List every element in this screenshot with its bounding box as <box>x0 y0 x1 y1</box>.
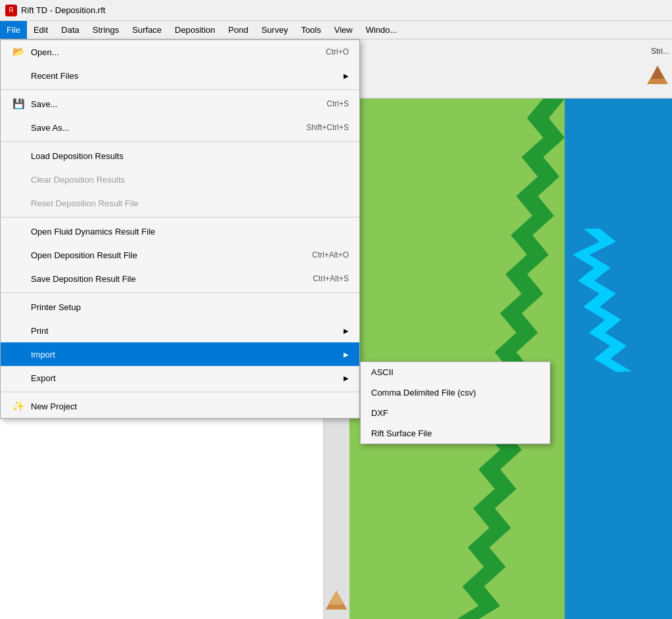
app-icon: R <box>5 5 17 16</box>
menu-strings[interactable]: Strings <box>86 21 125 39</box>
menu-item-open-deposition-shortcut: Ctrl+Alt+O <box>312 250 349 260</box>
submenu-dxf[interactable]: DXF <box>361 403 550 423</box>
menu-edit[interactable]: Edit <box>27 21 55 39</box>
menu-item-print[interactable]: Print ▶ <box>1 319 359 342</box>
blank-icon-5 <box>11 196 26 210</box>
menu-item-save-as[interactable]: Save As... Shift+Ctrl+S <box>1 116 359 139</box>
blank-icon-3 <box>11 149 26 163</box>
menu-item-printer-setup-label: Printer Setup <box>31 302 349 312</box>
menu-item-recent-label: Recent Files <box>31 71 338 81</box>
menu-item-new-project[interactable]: ✨ New Project <box>1 394 359 418</box>
mountain-icon-panel <box>325 588 348 614</box>
print-arrow-icon: ▶ <box>344 327 349 334</box>
menu-item-save-label: Save... <box>31 99 300 109</box>
menu-item-save-shortcut: Ctrl+S <box>326 99 349 108</box>
blank-icon-8 <box>11 271 26 286</box>
mountain-icon-small <box>646 63 669 89</box>
menu-item-reset-deposition: Reset Deposition Result File <box>1 191 359 215</box>
menu-deposition[interactable]: Deposition <box>168 21 221 39</box>
menu-item-export[interactable]: Export ▶ <box>1 366 359 390</box>
separator-2 <box>1 141 359 142</box>
menu-item-save-deposition-result[interactable]: Save Deposition Result File Ctrl+Alt+S <box>1 267 359 290</box>
menu-tools[interactable]: Tools <box>294 21 327 39</box>
menu-view[interactable]: View <box>328 21 359 39</box>
separator-4 <box>1 292 359 293</box>
menu-item-clear-deposition: Clear Deposition Results <box>1 168 359 191</box>
recent-arrow-icon: ▶ <box>344 72 349 80</box>
menu-bar: File Edit Data Strings Surface Depositio… <box>0 21 672 39</box>
menu-item-open-deposition-result-label: Open Deposition Result File <box>31 250 286 260</box>
blank-icon-4 <box>11 172 26 187</box>
svg-marker-22 <box>329 591 344 605</box>
submenu-csv[interactable]: Comma Delimited File (csv) <box>361 382 550 403</box>
separator-1 <box>1 89 359 90</box>
save-icon: 💾 <box>11 97 26 111</box>
export-arrow-icon: ▶ <box>344 375 349 382</box>
blank-icon-2 <box>11 120 26 135</box>
map-area <box>349 99 673 619</box>
menu-window[interactable]: Windo... <box>359 21 404 39</box>
svg-marker-11 <box>651 66 664 79</box>
menu-item-open-fluid[interactable]: Open Fluid Dynamics Result File <box>1 219 359 243</box>
menu-data[interactable]: Data <box>55 21 85 39</box>
menu-item-print-label: Print <box>31 326 338 336</box>
menu-item-load-deposition[interactable]: Load Deposition Results <box>1 144 359 168</box>
import-submenu: ASCII Comma Delimited File (csv) DXF Rif… <box>360 361 550 444</box>
menu-item-new-project-label: New Project <box>31 401 349 411</box>
new-project-icon: ✨ <box>11 399 26 413</box>
svg-rect-24 <box>564 99 672 619</box>
window-title: Rift TD - Deposition.rft <box>21 5 105 15</box>
menu-item-save[interactable]: 💾 Save... Ctrl+S <box>1 92 359 116</box>
blank-icon-11 <box>11 347 26 361</box>
menu-item-open-deposition-result[interactable]: Open Deposition Result File Ctrl+Alt+O <box>1 243 359 267</box>
menu-item-save-as-shortcut: Shift+Ctrl+S <box>306 123 349 132</box>
blank-icon-1 <box>11 68 26 83</box>
file-menu: 📂 Open... Ctrl+O Recent Files ▶ 💾 Save..… <box>0 39 360 419</box>
menu-item-open-shortcut: Ctrl+O <box>326 47 349 57</box>
stri-label: Stri... <box>651 47 669 56</box>
blank-icon-6 <box>11 224 26 239</box>
menu-file[interactable]: File <box>0 21 27 39</box>
menu-item-clear-deposition-label: Clear Deposition Results <box>31 175 349 185</box>
separator-5 <box>1 392 359 392</box>
menu-survey[interactable]: Survey <box>255 21 294 39</box>
menu-item-open-label: Open... <box>31 47 300 57</box>
menu-pond[interactable]: Pond <box>222 21 255 39</box>
menu-item-import[interactable]: Import ▶ <box>1 342 359 366</box>
blank-icon-9 <box>11 300 26 314</box>
menu-surface[interactable]: Surface <box>125 21 168 39</box>
menu-item-save-deposition-result-label: Save Deposition Result File <box>31 274 286 284</box>
import-arrow-icon: ▶ <box>344 351 349 358</box>
menu-item-export-label: Export <box>31 373 338 383</box>
menu-item-open[interactable]: 📂 Open... Ctrl+O <box>1 40 359 64</box>
menu-item-save-deposition-shortcut: Ctrl+Alt+S <box>313 274 349 283</box>
blank-icon-10 <box>11 323 26 338</box>
map-terrain-svg <box>349 99 673 619</box>
submenu-ascii[interactable]: ASCII <box>361 362 550 382</box>
menu-item-recent[interactable]: Recent Files ▶ <box>1 64 359 87</box>
open-icon: 📂 <box>11 45 26 59</box>
blank-icon-7 <box>11 248 26 262</box>
menu-item-reset-deposition-label: Reset Deposition Result File <box>31 198 349 208</box>
menu-item-printer-setup[interactable]: Printer Setup <box>1 295 359 319</box>
menu-item-import-label: Import <box>31 350 338 359</box>
title-bar: R Rift TD - Deposition.rft <box>0 0 672 21</box>
menu-item-load-deposition-label: Load Deposition Results <box>31 151 349 161</box>
separator-3 <box>1 217 359 218</box>
blank-icon-12 <box>11 371 26 385</box>
menu-item-open-fluid-label: Open Fluid Dynamics Result File <box>31 227 349 237</box>
menu-item-save-as-label: Save As... <box>31 123 280 133</box>
submenu-rift-surface[interactable]: Rift Surface File <box>361 423 550 444</box>
